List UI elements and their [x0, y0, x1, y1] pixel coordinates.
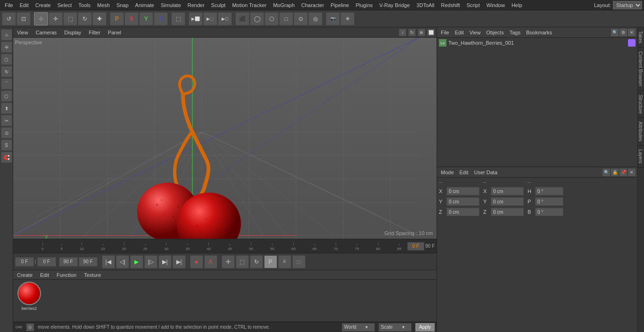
coord-y-size[interactable] — [491, 197, 524, 206]
cylinder-button[interactable]: ⬡ — [264, 12, 279, 25]
min-frame-input[interactable] — [37, 257, 56, 267]
coord-h-angle[interactable] — [535, 187, 563, 195]
select-button[interactable]: ⊹ — [34, 12, 48, 25]
coord-p-angle[interactable] — [535, 197, 563, 206]
object-item-berries[interactable]: Lo Two_Hawthorn_Berries_001 — [437, 38, 637, 48]
move-key-button[interactable]: ✛ — [222, 255, 235, 268]
current-frame-display[interactable] — [407, 242, 424, 251]
render-region-button[interactable]: ⬚ — [171, 12, 185, 25]
menu-plugins[interactable]: Plugins — [353, 1, 375, 9]
attr-menu-user-data[interactable]: User Data — [472, 169, 500, 176]
transform-mode-dropdown[interactable]: Scale ▾ — [379, 323, 412, 332]
menu-create[interactable]: Create — [33, 1, 54, 9]
loop-button[interactable]: ▶| — [173, 255, 186, 268]
vp-menu-view[interactable]: View — [15, 29, 30, 36]
scale-button[interactable]: ⬚ — [63, 12, 77, 25]
vp-menu-panel[interactable]: Panel — [106, 29, 123, 36]
attr-close-btn[interactable]: ✕ — [628, 169, 636, 176]
start-frame-input[interactable] — [15, 257, 34, 267]
render-to-po-button[interactable]: ▶⬚ — [203, 12, 217, 25]
coord-z-size[interactable] — [491, 208, 524, 216]
rotate-button[interactable]: ↻ — [78, 12, 92, 25]
coord-y-pos[interactable] — [446, 197, 479, 206]
step-back-button[interactable]: ◁| — [116, 255, 129, 268]
lt-extrude-btn[interactable]: ⬆ — [1, 103, 12, 114]
lt-rotate-btn[interactable]: ↻ — [1, 66, 12, 77]
torus-button[interactable]: ⊙ — [294, 12, 308, 25]
vp-rotate-ctrl[interactable]: ↻ — [408, 29, 416, 36]
menu-mograph[interactable]: MoGraph — [270, 1, 297, 9]
lt-magnet-btn[interactable]: 🧲 — [1, 152, 12, 163]
lt-spline-btn[interactable]: ⌒ — [1, 78, 12, 89]
sphere-button[interactable]: ◯ — [250, 12, 264, 25]
bt-menu-create[interactable]: Create — [15, 271, 34, 279]
param-key-button[interactable]: P — [264, 255, 277, 268]
bt-menu-edit[interactable]: Edit — [38, 271, 51, 279]
vp-menu-filter[interactable]: Filter — [87, 29, 102, 36]
menu-character[interactable]: Character — [298, 1, 327, 9]
rotate-key-button[interactable]: ↻ — [250, 255, 263, 268]
menu-snap[interactable]: Snap — [114, 1, 132, 9]
lt-move-btn[interactable]: ✛ — [1, 41, 12, 53]
status-icon-display[interactable]: ⊙ — [26, 324, 34, 331]
scale-key-button[interactable]: ⬚ — [236, 255, 249, 268]
attr-pin-btn[interactable]: 📌 — [619, 169, 627, 176]
undo-button[interactable]: ↺ — [2, 12, 16, 25]
lt-select-btn[interactable]: ⊹ — [1, 29, 12, 40]
cube-button[interactable]: ⬛ — [235, 12, 249, 25]
vp-move-ctrl[interactable]: ↕ — [399, 29, 406, 36]
tab-layers[interactable]: Layers — [638, 146, 644, 168]
live-selection-button[interactable]: ⊡ — [17, 12, 31, 25]
vp-menu-cameras[interactable]: Cameras — [34, 29, 59, 36]
point-key-button[interactable]: ⠿ — [278, 255, 291, 268]
menu-window[interactable]: Window — [484, 1, 508, 9]
bt-menu-function[interactable]: Function — [55, 271, 78, 279]
camera-button[interactable]: 📷 — [326, 12, 340, 25]
menu-pipeline[interactable]: Pipeline — [328, 1, 352, 9]
end-frame-input[interactable] — [79, 257, 98, 267]
menu-select[interactable]: Select — [55, 1, 75, 9]
tab-takes[interactable]: Takes — [638, 27, 644, 48]
goto-end-button[interactable]: ▶| — [158, 255, 172, 268]
lt-scale-btn[interactable]: ⬡ — [1, 54, 12, 65]
axis-y-button[interactable]: Y — [139, 12, 153, 25]
coord-system-dropdown[interactable]: World ▾ — [342, 323, 375, 332]
menu-mesh[interactable]: Mesh — [94, 1, 113, 9]
obj-menu-file[interactable]: File — [439, 29, 451, 36]
apply-button[interactable]: Apply — [415, 323, 435, 332]
render-active-view-button[interactable]: ▶⬜ — [189, 12, 203, 25]
obj-menu-tags[interactable]: Tags — [508, 29, 522, 36]
lt-knife-btn[interactable]: ✂ — [1, 115, 12, 126]
record-button[interactable]: ● — [190, 255, 203, 268]
axis-z-button[interactable]: Z — [154, 12, 168, 25]
tab-attributes[interactable]: Attributes — [638, 118, 644, 146]
lt-polygon-btn[interactable]: ⬠ — [1, 90, 12, 102]
object-tag-dot[interactable] — [628, 39, 636, 47]
obj-settings-btn[interactable]: ⚙ — [619, 29, 627, 36]
menu-vray-bridge[interactable]: V-Ray Bridge — [377, 1, 413, 9]
step-forward-button[interactable]: |▷ — [144, 255, 157, 268]
tab-structure[interactable]: Structure — [638, 91, 644, 118]
menu-file[interactable]: File — [2, 1, 16, 9]
lt-paint-btn[interactable]: S — [1, 139, 12, 151]
menu-simulate[interactable]: Simulate — [158, 1, 184, 9]
vp-maximize-ctrl[interactable]: ⬜ — [427, 29, 435, 36]
coord-x-size[interactable] — [491, 187, 524, 195]
axis-x-button[interactable]: X — [124, 12, 139, 25]
coord-x-pos[interactable] — [446, 187, 479, 195]
menu-redshift[interactable]: Redshift — [438, 1, 462, 9]
attr-lock-btn[interactable]: 🔒 — [611, 169, 619, 176]
menu-animate[interactable]: Animate — [132, 1, 157, 9]
transform-button[interactable]: ✚ — [92, 12, 107, 25]
menu-edit[interactable]: Edit — [17, 1, 32, 9]
render-key-button[interactable]: ⬚ — [292, 255, 305, 268]
move-button[interactable]: ✛ — [49, 12, 63, 25]
play-forward-button[interactable]: ▶ — [130, 255, 143, 268]
menu-tools[interactable]: Tools — [75, 1, 93, 9]
coord-z-pos[interactable] — [446, 208, 479, 216]
obj-search-btn[interactable]: 🔍 — [611, 29, 619, 36]
vp-menu-display[interactable]: Display — [62, 29, 83, 36]
obj-menu-view[interactable]: View — [468, 29, 483, 36]
viewport[interactable]: X Y Z Perspective Grid Spacing : 10 cm — [13, 38, 437, 239]
light-button[interactable]: ☀ — [340, 12, 355, 25]
